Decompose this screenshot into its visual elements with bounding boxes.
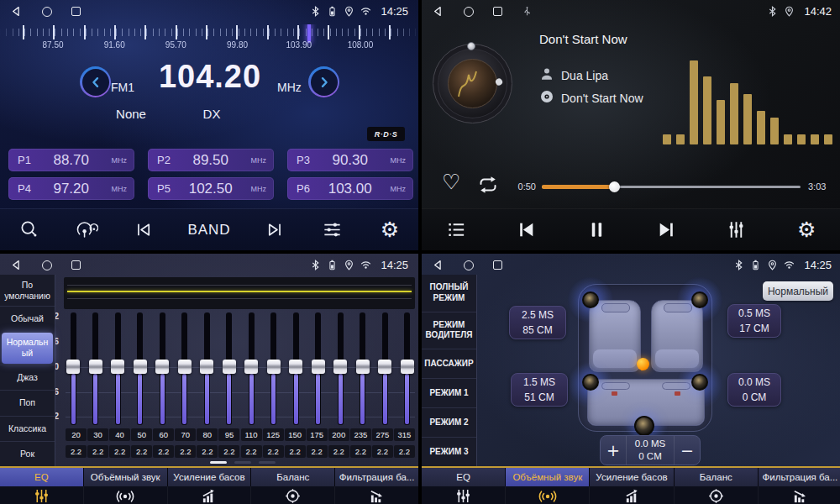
eq-band-slider[interactable] bbox=[311, 312, 326, 425]
radio-preset-p4[interactable]: P497.20MHz bbox=[8, 177, 134, 200]
balance-icon[interactable] bbox=[250, 486, 334, 504]
q-value[interactable]: 2.2 bbox=[131, 445, 152, 458]
album-art[interactable] bbox=[433, 44, 512, 123]
eq-band-slider[interactable] bbox=[222, 312, 237, 425]
previous-station-icon[interactable] bbox=[130, 220, 155, 239]
slider-knob[interactable] bbox=[356, 360, 370, 374]
eq-sliders-icon[interactable] bbox=[422, 486, 505, 504]
fc-value[interactable]: 150 bbox=[285, 428, 306, 441]
slider-knob[interactable] bbox=[378, 360, 391, 374]
tab-eq-sliders[interactable]: EQ bbox=[422, 468, 505, 486]
recents-icon[interactable] bbox=[71, 7, 81, 16]
home-icon[interactable] bbox=[42, 7, 52, 17]
tab-filter-slope[interactable]: Фильтрация ба... bbox=[334, 468, 418, 486]
bass-boost-icon[interactable] bbox=[589, 486, 673, 504]
home-icon[interactable] bbox=[42, 260, 52, 270]
settings-gear-icon[interactable]: ⚙ bbox=[377, 219, 402, 240]
tuning-scale[interactable]: 87.50 91.60 95.70 99.80 103.90 108.00 bbox=[0, 24, 418, 51]
fc-value[interactable]: 315 bbox=[394, 428, 415, 441]
recents-icon[interactable] bbox=[71, 260, 81, 270]
recents-icon[interactable] bbox=[493, 7, 502, 16]
eq-preset-item[interactable]: По умолчанию bbox=[0, 275, 55, 306]
home-icon[interactable] bbox=[464, 260, 474, 270]
scan-search-icon[interactable] bbox=[16, 219, 41, 240]
pause-icon[interactable] bbox=[584, 219, 609, 240]
listening-mode-item[interactable]: ПОЛНЫЙ РЕЖИМ bbox=[422, 275, 476, 312]
eq-band-slider[interactable] bbox=[199, 312, 214, 425]
broadcast-icon[interactable] bbox=[73, 220, 98, 239]
q-value[interactable]: 2.2 bbox=[218, 445, 239, 458]
eq-band-slider[interactable] bbox=[155, 312, 170, 425]
increase-delay-button[interactable]: + bbox=[601, 436, 626, 465]
eq-band-slider[interactable] bbox=[377, 312, 392, 425]
radio-preset-p1[interactable]: P188.70MHz bbox=[8, 149, 134, 171]
radio-preset-p5[interactable]: P5102.50MHz bbox=[148, 177, 274, 200]
listening-mode-item[interactable]: РЕЖИМ ВОДИТЕЛЯ bbox=[422, 312, 476, 349]
q-value[interactable]: 2.2 bbox=[109, 445, 130, 458]
back-icon[interactable] bbox=[10, 259, 23, 271]
filter-slope-icon[interactable] bbox=[758, 486, 840, 504]
tab-eq-sliders[interactable]: EQ bbox=[0, 468, 83, 486]
eq-band-slider[interactable] bbox=[333, 312, 348, 425]
surround-sound-icon[interactable] bbox=[83, 486, 167, 504]
q-value[interactable]: 2.2 bbox=[372, 445, 393, 458]
slider-knob[interactable] bbox=[66, 360, 80, 374]
eq-band-slider[interactable] bbox=[110, 312, 125, 425]
slider-knob[interactable] bbox=[312, 360, 325, 374]
slider-knob[interactable] bbox=[267, 360, 281, 374]
progress-knob[interactable] bbox=[609, 181, 620, 192]
fc-value[interactable]: 70 bbox=[175, 428, 196, 441]
fc-value[interactable]: 110 bbox=[241, 428, 262, 441]
q-value[interactable]: 2.2 bbox=[394, 445, 415, 458]
previous-track-icon[interactable] bbox=[514, 219, 539, 240]
back-icon[interactable] bbox=[432, 5, 444, 18]
next-station-icon[interactable] bbox=[263, 220, 288, 239]
fc-value[interactable]: 275 bbox=[372, 428, 393, 441]
radio-preset-p3[interactable]: P390.30MHz bbox=[287, 149, 413, 171]
progress-bar[interactable] bbox=[542, 186, 801, 188]
repeat-icon[interactable] bbox=[476, 175, 500, 198]
rear-left-delay-button[interactable]: 1.5 MS 51 CM bbox=[511, 373, 568, 407]
eq-preset-item[interactable]: Поп bbox=[0, 390, 55, 415]
tab-bass-boost[interactable]: Усиление басов bbox=[167, 468, 251, 486]
slider-knob[interactable] bbox=[89, 360, 102, 374]
slider-knob[interactable] bbox=[401, 360, 414, 374]
eq-band-slider[interactable] bbox=[400, 312, 415, 425]
sound-profile-button[interactable]: Нормальный bbox=[763, 281, 833, 301]
tab-balance[interactable]: Баланс bbox=[250, 468, 334, 486]
surround-sound-icon[interactable] bbox=[505, 486, 589, 504]
slider-knob[interactable] bbox=[244, 360, 258, 374]
rear-right-delay-button[interactable]: 0.0 MS 0 CM bbox=[727, 373, 781, 407]
eq-sliders-icon[interactable] bbox=[0, 486, 83, 504]
bass-boost-icon[interactable] bbox=[167, 486, 251, 504]
fc-value[interactable]: 40 bbox=[109, 428, 130, 441]
front-right-delay-button[interactable]: 0.5 MS 17 CM bbox=[727, 304, 781, 338]
playlist-icon[interactable] bbox=[444, 219, 470, 240]
q-value[interactable]: 2.2 bbox=[263, 445, 284, 458]
band-button[interactable]: BAND bbox=[187, 222, 230, 239]
eq-band-slider[interactable] bbox=[288, 312, 303, 425]
eq-band-slider[interactable] bbox=[88, 312, 103, 425]
eq-band-slider[interactable] bbox=[177, 312, 192, 425]
q-value[interactable]: 2.2 bbox=[307, 445, 328, 458]
fc-value[interactable]: 50 bbox=[131, 428, 152, 441]
q-value[interactable]: 2.2 bbox=[87, 445, 108, 458]
eq-band-slider[interactable] bbox=[355, 312, 370, 425]
fc-value[interactable]: 20 bbox=[66, 428, 87, 441]
fc-value[interactable]: 125 bbox=[263, 428, 284, 441]
filter-slope-icon[interactable] bbox=[334, 486, 418, 504]
eq-band-slider[interactable] bbox=[266, 312, 281, 425]
settings-gear-icon[interactable]: ⚙ bbox=[794, 219, 819, 240]
tab-surround-sound[interactable]: Объёмный звук bbox=[505, 468, 589, 486]
tab-bass-boost[interactable]: Усиление басов bbox=[589, 468, 673, 486]
slider-knob[interactable] bbox=[333, 360, 347, 374]
slider-knob[interactable] bbox=[289, 360, 302, 374]
eq-preset-item[interactable]: Рок bbox=[0, 441, 55, 466]
radio-preset-p2[interactable]: P289.50MHz bbox=[148, 149, 274, 171]
tune-down-button[interactable] bbox=[80, 66, 111, 97]
q-value[interactable]: 2.2 bbox=[153, 445, 174, 458]
fc-value[interactable]: 235 bbox=[350, 428, 371, 441]
eq-band-slider[interactable] bbox=[66, 312, 81, 425]
listening-mode-item[interactable]: РЕЖИМ 3 bbox=[422, 437, 476, 466]
fc-value[interactable]: 80 bbox=[197, 428, 218, 441]
